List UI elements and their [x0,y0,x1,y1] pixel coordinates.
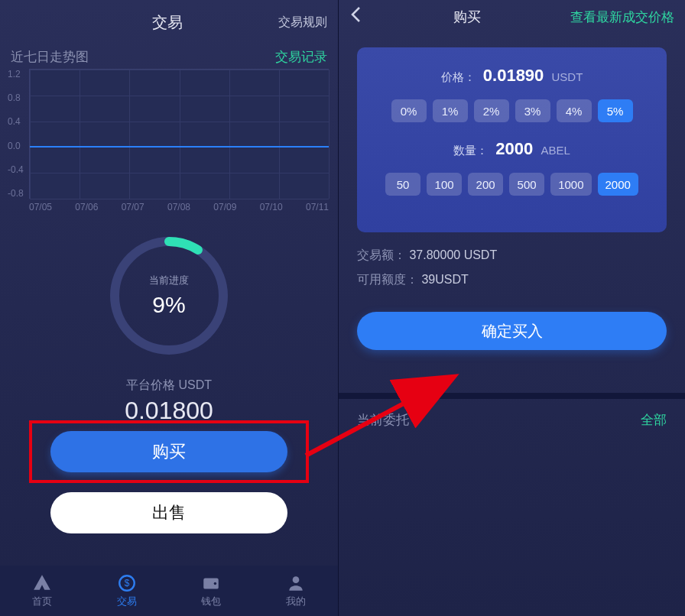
section-divider [339,393,685,399]
qty-chip-100[interactable]: 100 [427,173,462,196]
price-label: 价格： [441,70,476,83]
qty-unit: ABEL [541,144,570,157]
orders-all-link[interactable]: 全部 [641,411,667,429]
svg-point-4 [214,582,216,585]
pct-chip-3[interactable]: 3% [515,99,550,122]
y-axis: 1.2 0.8 0.4 0.0 -0.4 -0.8 [8,69,24,199]
orders-header: 当前委托 全部 [339,399,685,441]
price-value: 0.01890 [483,66,544,85]
ytick: 1.2 [8,69,24,79]
progress-percent: 9% [152,292,185,318]
sell-button[interactable]: 出售 [50,492,287,533]
trend-chart: 1.2 0.8 0.4 0.0 -0.4 -0.8 07/05 07/06 [0,69,338,219]
price-row: 价格： 0.01890 USDT [371,66,653,86]
amount-value: 37.80000 USDT [409,248,497,261]
pct-chip-5[interactable]: 5% [598,99,633,122]
chevron-left-icon [349,6,363,23]
qty-row: 数量： 2000 ABEL [371,139,653,159]
buy-title: 购买 [453,8,481,26]
summary: 交易额： 37.80000 USDT 可用额度： 39USDT [357,243,667,292]
trade-log-link[interactable]: 交易记录 [275,48,327,66]
price-unit: USDT [552,70,583,83]
trade-icon: $ [117,573,137,593]
ytick: -0.8 [8,188,24,199]
right-header: 购买 查看最新成交价格 [339,0,685,37]
tab-label: 我的 [286,595,306,608]
home-icon [32,573,52,593]
qty-chips: 50 100 200 500 1000 2000 [371,173,653,196]
pct-chip-1[interactable]: 1% [433,99,468,122]
progress-ring: 当前进度 9% [110,237,228,355]
pct-chip-2[interactable]: 2% [474,99,509,122]
xtick: 07/07 [122,202,144,212]
qty-chip-2000[interactable]: 2000 [598,173,638,196]
confirm-buy-button[interactable]: 确定买入 [357,312,667,350]
xtick: 07/09 [213,202,236,212]
tab-home[interactable]: 首页 [0,566,85,616]
pct-chip-4[interactable]: 4% [557,99,592,122]
ytick: -0.4 [8,164,24,175]
ytick: 0.0 [8,141,24,151]
trade-rules-link[interactable]: 交易规则 [278,15,327,31]
qty-chip-50[interactable]: 50 [385,173,420,196]
buy-form-card: 价格： 0.01890 USDT 0% 1% 2% 3% 4% 5% 数量： 2… [357,47,667,232]
bottom-tabbar: 首页 $ 交易 钱包 我的 [0,566,338,616]
buy-screen: 购买 查看最新成交价格 价格： 0.01890 USDT 0% 1% 2% 3%… [339,0,685,616]
amount-label: 交易额： [357,248,406,261]
buy-button-highlight: 购买 [29,420,309,483]
platform-price-label: 平台价格 USDT [126,378,212,394]
available-value: 39USDT [421,273,468,286]
xtick: 07/05 [29,202,52,212]
ytick: 0.4 [8,116,24,127]
qty-chip-500[interactable]: 500 [509,173,544,196]
tab-label: 首页 [32,595,52,608]
buy-button[interactable]: 购买 [50,431,287,472]
pct-chip-0[interactable]: 0% [391,99,427,122]
page-title: 交易 [57,12,278,33]
back-button[interactable] [349,6,363,28]
qty-label: 数量： [453,144,488,157]
trend-label: 近七日走势图 [11,48,89,66]
svg-point-5 [292,576,299,583]
latest-price-link[interactable]: 查看最新成交价格 [570,8,674,26]
xtick: 07/11 [306,202,329,212]
orders-label: 当前委托 [357,411,409,429]
percent-chips: 0% 1% 2% 3% 4% 5% [371,99,653,122]
qty-chip-200[interactable]: 200 [468,173,503,196]
tab-profile[interactable]: 我的 [254,566,339,616]
wallet-icon [201,573,221,593]
x-axis: 07/05 07/06 07/07 07/08 07/09 07/10 07/1… [29,199,329,212]
xtick: 07/06 [75,202,98,212]
tab-label: 交易 [117,595,137,608]
available-label: 可用额度： [357,273,418,286]
left-header: 交易 交易规则 [0,0,338,41]
data-line [30,146,329,148]
trade-screen: 交易 交易规则 近七日走势图 交易记录 1.2 0.8 0.4 0.0 -0.4… [0,0,339,616]
xtick: 07/08 [167,202,190,212]
profile-icon [286,573,306,593]
qty-value: 2000 [495,139,533,158]
tab-label: 钱包 [201,595,221,608]
tab-trade[interactable]: $ 交易 [85,566,170,616]
progress-label: 当前进度 [149,274,189,287]
progress-section: 当前进度 9% 平台价格 USDT 0.01800 [0,237,338,425]
ytick: 0.8 [8,92,24,103]
chart-header: 近七日走势图 交易记录 [0,41,338,69]
plot-area [29,69,329,199]
qty-chip-1000[interactable]: 1000 [550,173,591,196]
svg-text:$: $ [124,578,129,588]
xtick: 07/10 [260,202,283,212]
tab-wallet[interactable]: 钱包 [169,566,254,616]
